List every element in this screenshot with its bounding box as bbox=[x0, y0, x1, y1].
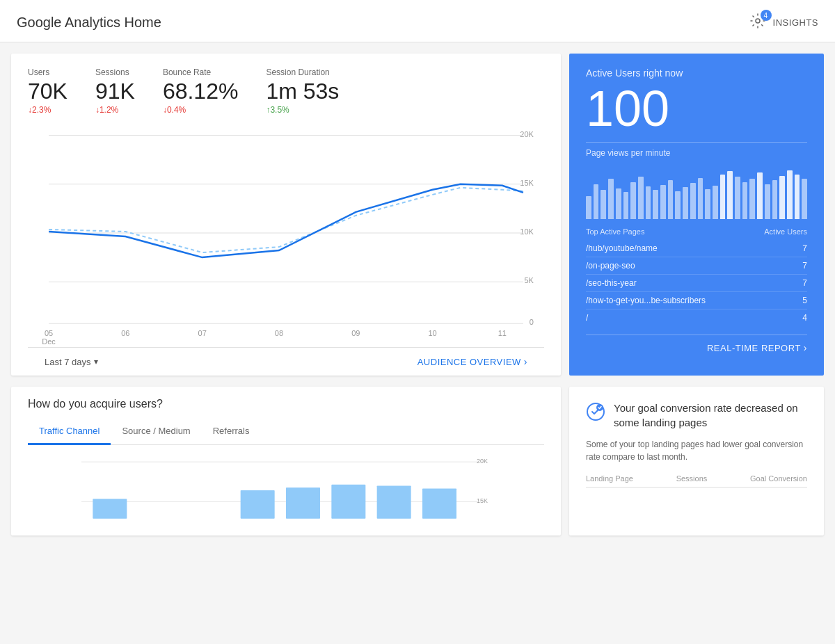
mini-bar-15 bbox=[698, 178, 703, 219]
session-duration-value: 1m 53s bbox=[266, 80, 339, 102]
svg-text:0: 0 bbox=[530, 318, 534, 326]
bottom-grid: How do you acquire users? Traffic Channe… bbox=[0, 387, 835, 547]
mini-bar-29 bbox=[802, 179, 807, 219]
metrics-card: Users 70K 2.3% Sessions 91K 1.2% Bounce … bbox=[11, 54, 561, 376]
insights-table-header: Landing PageSessionsGoal Conversion bbox=[586, 474, 807, 488]
acquire-title: How do you acquire users? bbox=[28, 398, 544, 410]
mini-bar-18 bbox=[720, 175, 726, 219]
mini-bar-17 bbox=[713, 186, 718, 219]
bounce-rate-value: 68.12% bbox=[163, 80, 239, 102]
insights-button[interactable]: 4 INSIGHTS bbox=[749, 13, 818, 32]
mini-bar-0 bbox=[586, 196, 591, 219]
metrics-row: Users 70K 2.3% Sessions 91K 1.2% Bounce … bbox=[28, 67, 544, 115]
mini-bar-25 bbox=[772, 180, 778, 219]
insights-card-title: Your goal conversion rate decreased on s… bbox=[614, 401, 807, 430]
realtime-chevron-icon: › bbox=[804, 342, 807, 353]
mini-bar-9 bbox=[653, 190, 658, 219]
mini-bar-13 bbox=[683, 187, 688, 219]
insights-card-desc: Some of your top landing pages had lower… bbox=[586, 438, 807, 463]
active-page-row: /seo-this-year7 bbox=[586, 275, 807, 292]
line-chart: 20K 15K 10K 5K 0 05 bbox=[28, 122, 544, 344]
svg-text:09: 09 bbox=[351, 329, 360, 337]
acquire-tabs: Traffic ChannelSource / MediumReferrals bbox=[28, 419, 544, 445]
active-pages-list: /hub/youtube/name7/on-page-seo7/seo-this… bbox=[586, 240, 807, 326]
mini-bar-22 bbox=[749, 179, 755, 219]
page-header: Google Analytics Home 4 INSIGHTS bbox=[0, 0, 835, 42]
chevron-right-icon: › bbox=[524, 356, 527, 367]
active-page-row: /on-page-seo7 bbox=[586, 257, 807, 275]
active-users-label: Active Users right now bbox=[586, 67, 807, 79]
svg-text:20K: 20K bbox=[520, 130, 534, 138]
tab-referrals[interactable]: Referrals bbox=[202, 419, 261, 445]
chart-svg: 20K 15K 10K 5K 0 05 bbox=[28, 122, 544, 344]
mini-bar-16 bbox=[705, 189, 710, 219]
active-page-row: /how-to-get-you...be-subscribers5 bbox=[586, 292, 807, 309]
svg-text:07: 07 bbox=[198, 329, 207, 337]
active-page-row: /4 bbox=[586, 309, 807, 326]
active-users-card: Active Users right now 100 Page views pe… bbox=[569, 54, 824, 376]
users-change: 2.3% bbox=[28, 105, 67, 115]
acquire-chart-svg: 20K 15K bbox=[28, 456, 544, 524]
session-duration-change: 3.5% bbox=[266, 105, 339, 115]
card-footer: Last 7 days ▾ AUDIENCE OVERVIEW › bbox=[28, 347, 544, 376]
main-grid: Users 70K 2.3% Sessions 91K 1.2% Bounce … bbox=[0, 42, 835, 387]
active-users-count: 100 bbox=[586, 81, 807, 136]
page-views-label: Page views per minute bbox=[586, 142, 807, 158]
mini-bar-11 bbox=[668, 180, 674, 219]
page-title: Google Analytics Home bbox=[17, 15, 161, 31]
metric-bounce-rate: Bounce Rate 68.12% 0.4% bbox=[163, 67, 239, 115]
session-duration-label: Session Duration bbox=[266, 67, 339, 77]
svg-text:11: 11 bbox=[498, 329, 507, 337]
tab-traffic-channel[interactable]: Traffic Channel bbox=[28, 419, 111, 445]
date-range-button[interactable]: Last 7 days ▾ bbox=[45, 357, 98, 367]
svg-text:20K: 20K bbox=[477, 458, 488, 465]
svg-text:08: 08 bbox=[275, 329, 283, 337]
active-page-row: /hub/youtube/name7 bbox=[586, 240, 807, 257]
mini-bar-27 bbox=[787, 170, 793, 219]
realtime-report-link[interactable]: REAL-TIME REPORT › bbox=[586, 335, 807, 353]
svg-text:15K: 15K bbox=[477, 497, 488, 504]
mini-bar-5 bbox=[623, 192, 629, 219]
audience-overview-link[interactable]: AUDIENCE OVERVIEW › bbox=[418, 356, 527, 367]
insights-card-header: Your goal conversion rate decreased on s… bbox=[586, 401, 807, 430]
acquire-header: How do you acquire users? Traffic Channe… bbox=[11, 387, 561, 445]
svg-rect-26 bbox=[331, 485, 365, 519]
svg-text:Dec: Dec bbox=[42, 337, 56, 344]
metric-sessions: Sessions 91K 1.2% bbox=[95, 67, 135, 115]
mini-bar-19 bbox=[727, 171, 733, 219]
svg-text:5K: 5K bbox=[524, 276, 534, 284]
acquire-chart-area: 20K 15K bbox=[11, 445, 561, 536]
mini-bar-8 bbox=[646, 186, 651, 219]
svg-point-0 bbox=[756, 19, 760, 23]
mini-bar-20 bbox=[735, 177, 740, 219]
svg-rect-23 bbox=[93, 499, 127, 519]
svg-text:10: 10 bbox=[428, 329, 436, 337]
metric-users: Users 70K 2.3% bbox=[28, 67, 67, 115]
mini-bar-4 bbox=[616, 188, 621, 219]
insights-icon-wrap: 4 bbox=[749, 13, 769, 32]
svg-rect-24 bbox=[241, 490, 275, 519]
svg-rect-25 bbox=[286, 488, 320, 519]
sessions-value: 91K bbox=[95, 80, 135, 102]
chevron-down-icon: ▾ bbox=[94, 357, 98, 367]
mini-bar-28 bbox=[795, 175, 800, 219]
sessions-label: Sessions bbox=[95, 67, 135, 77]
date-range-label: Last 7 days bbox=[45, 357, 91, 367]
insights-label: INSIGHTS bbox=[773, 17, 818, 28]
svg-text:10K: 10K bbox=[520, 227, 534, 236]
sessions-change: 1.2% bbox=[95, 105, 135, 115]
mini-bar-26 bbox=[779, 176, 785, 219]
acquire-card: How do you acquire users? Traffic Channe… bbox=[11, 387, 561, 536]
page-views-bar-chart bbox=[586, 163, 807, 219]
mini-bar-7 bbox=[638, 177, 644, 219]
mini-bar-21 bbox=[742, 182, 748, 219]
mini-bar-10 bbox=[660, 185, 666, 219]
bounce-rate-change: 0.4% bbox=[163, 105, 239, 115]
conversion-insights-card: Your goal conversion rate decreased on s… bbox=[569, 387, 824, 536]
users-label: Users bbox=[28, 67, 67, 77]
svg-text:06: 06 bbox=[121, 329, 129, 337]
mini-bar-14 bbox=[690, 183, 696, 219]
svg-text:05: 05 bbox=[45, 329, 53, 337]
tab-source--medium[interactable]: Source / Medium bbox=[111, 419, 201, 445]
mini-bar-2 bbox=[601, 190, 606, 219]
